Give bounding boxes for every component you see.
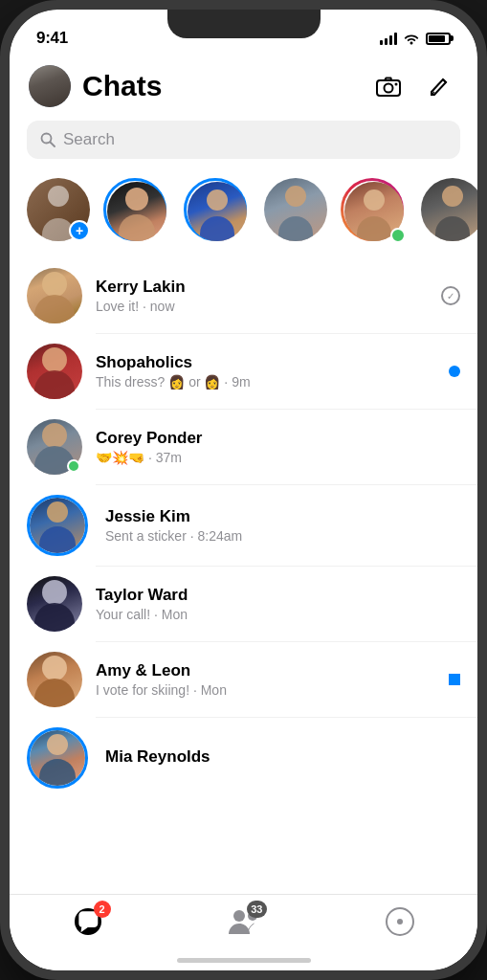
svg-line-5 <box>51 143 55 147</box>
search-bar[interactable]: Search <box>27 121 460 159</box>
camera-button[interactable] <box>370 68 407 104</box>
chat-avatar-wrap <box>27 576 82 632</box>
chat-preview: Sent a sticker · 8:24am <box>105 528 460 544</box>
chat-info: Jessie Kim Sent a sticker · 8:24am <box>105 507 460 544</box>
story-add[interactable]: + <box>27 178 90 245</box>
home-indicator <box>177 958 311 963</box>
unread-indicator <box>449 674 460 685</box>
status-time: 9:41 <box>36 29 68 48</box>
tab-icon-wrap: 33 <box>227 904 261 939</box>
story-item[interactable] <box>264 178 327 245</box>
chat-name: Shopaholics <box>96 353 435 372</box>
chat-avatar <box>27 344 82 399</box>
story-item[interactable] <box>421 178 477 245</box>
chat-info: Kerry Lakin Love it! · now <box>96 278 428 314</box>
chat-name: Kerry Lakin <box>96 278 428 297</box>
chat-preview: Your call! · Mon <box>96 607 460 622</box>
chat-name: Mia Reynolds <box>105 747 460 767</box>
wifi-icon <box>403 32 420 45</box>
discover-tab-icon <box>385 906 415 937</box>
chat-avatar-wrap <box>27 652 82 707</box>
avatar[interactable] <box>29 65 71 107</box>
chat-item-kerry[interactable]: Kerry Lakin Love it! · now ✓ <box>10 258 477 333</box>
phone-frame: 9:41 <box>0 0 487 980</box>
chat-info: Mia Reynolds <box>105 747 460 768</box>
header-actions <box>370 68 458 104</box>
notch <box>167 10 321 38</box>
tab-icon-wrap: 2 <box>71 904 105 939</box>
chat-avatar <box>27 576 82 632</box>
status-icons <box>380 32 451 45</box>
page-title: Chats <box>82 70 370 102</box>
tab-people[interactable]: 33 <box>227 904 261 939</box>
chat-avatar <box>27 268 82 323</box>
chat-info: Corey Ponder 🤝💥🤜 · 37m <box>96 429 460 465</box>
chat-info: Taylor Ward Your call! · Mon <box>96 586 460 622</box>
chat-item-corey[interactable]: Corey Ponder 🤝💥🤜 · 37m <box>10 410 477 484</box>
chat-avatar <box>27 652 82 707</box>
compose-button[interactable] <box>422 68 458 104</box>
add-story-icon: + <box>69 220 90 241</box>
chat-item-taylor[interactable]: Taylor Ward Your call! · Mon <box>10 567 477 641</box>
chat-preview: This dress? 👩 or 👩 · 9m <box>96 374 435 390</box>
chat-avatar-wrap <box>27 268 82 323</box>
search-icon <box>40 132 55 147</box>
chat-meta <box>449 674 460 685</box>
search-placeholder: Search <box>63 130 115 149</box>
chat-info: Shopaholics This dress? 👩 or 👩 · 9m <box>96 353 435 390</box>
people-badge: 33 <box>247 901 266 918</box>
chat-name: Amy & Leon <box>96 661 435 680</box>
header: Chats <box>10 57 477 117</box>
screen: 9:41 <box>10 10 477 970</box>
chat-name: Taylor Ward <box>96 586 460 605</box>
svg-point-1 <box>385 84 393 93</box>
svg-point-7 <box>233 910 245 922</box>
chat-avatar-wrap <box>27 419 82 475</box>
chat-item-mia[interactable]: Mia Reynolds <box>10 718 477 794</box>
chat-avatar-wrap <box>27 495 88 556</box>
story-item[interactable] <box>103 178 170 245</box>
chat-list: Kerry Lakin Love it! · now ✓ <box>10 258 477 894</box>
battery-icon <box>426 33 451 45</box>
chat-item-amy[interactable]: Amy & Leon I vote for skiing! · Mon <box>10 642 477 717</box>
online-indicator <box>67 459 80 473</box>
chat-name: Corey Ponder <box>96 429 460 448</box>
chat-item-jessie[interactable]: Jessie Kim Sent a sticker · 8:24am <box>10 485 477 566</box>
signal-icon <box>380 32 397 45</box>
chat-preview: 🤝💥🤜 · 37m <box>96 450 460 465</box>
chat-meta <box>449 366 460 377</box>
svg-point-2 <box>395 83 398 86</box>
unread-indicator <box>449 366 460 377</box>
tab-chats[interactable]: 2 <box>71 904 105 939</box>
chat-preview: Love it! · now <box>96 299 428 314</box>
chat-info: Amy & Leon I vote for skiing! · Mon <box>96 661 435 698</box>
online-indicator <box>390 228 406 243</box>
chat-name: Jessie Kim <box>105 507 460 526</box>
stories-row: + <box>10 170 477 258</box>
chat-meta: ✓ <box>441 286 460 305</box>
tab-discover[interactable] <box>383 904 417 939</box>
delivered-icon: ✓ <box>441 286 460 305</box>
tab-icon-wrap <box>383 904 417 939</box>
chat-avatar-wrap <box>27 344 82 399</box>
svg-rect-0 <box>377 80 400 96</box>
chat-item-shopaholics[interactable]: Shopaholics This dress? 👩 or 👩 · 9m <box>10 334 477 409</box>
chats-badge: 2 <box>94 901 111 918</box>
story-item[interactable] <box>184 178 251 245</box>
chat-avatar-wrap <box>27 727 88 789</box>
svg-point-10 <box>397 919 403 924</box>
chat-preview: I vote for skiing! · Mon <box>96 682 435 698</box>
story-item[interactable] <box>341 178 408 245</box>
